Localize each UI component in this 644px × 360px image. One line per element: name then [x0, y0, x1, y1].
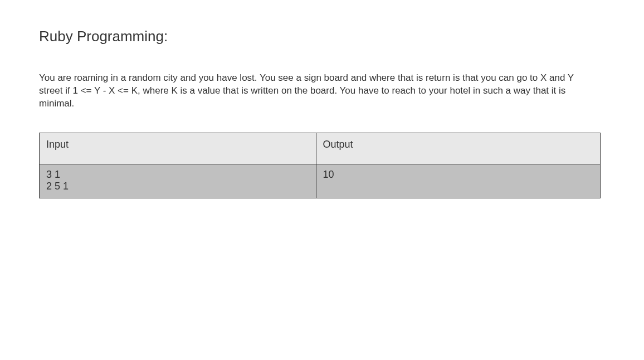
table-row: 3 1 2 5 1 10: [40, 164, 601, 198]
cell-input: 3 1 2 5 1: [40, 164, 316, 198]
page-title: Ruby Programming:: [39, 28, 605, 45]
io-table: Input Output 3 1 2 5 1 10: [39, 133, 601, 198]
cell-output: 10: [316, 164, 601, 198]
table-header-row: Input Output: [40, 133, 601, 164]
problem-description: You are roaming in a random city and you…: [39, 72, 596, 110]
header-output: Output: [316, 133, 601, 164]
header-input: Input: [40, 133, 316, 164]
